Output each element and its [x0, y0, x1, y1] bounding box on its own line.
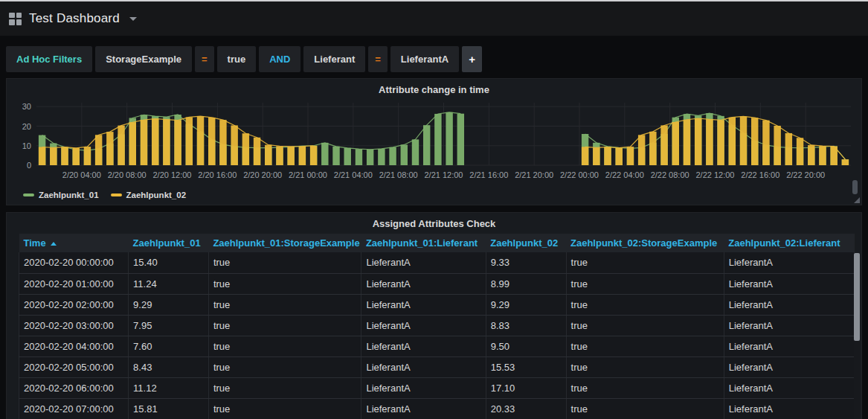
- column-header-zaehlpunkt-01-lieferant[interactable]: Zaehlpunkt_01:Lieferant: [361, 234, 486, 252]
- bar-Zaehlpunkt_02[interactable]: [95, 135, 102, 165]
- legend-item-Zaehlpunkt_02[interactable]: Zaehlpunkt_02: [111, 191, 187, 199]
- table-scrollbar[interactable]: [854, 253, 860, 419]
- bar-Zaehlpunkt_02[interactable]: [684, 120, 690, 165]
- bar-Zaehlpunkt_02[interactable]: [197, 116, 204, 165]
- table-scrollbar-thumb[interactable]: [854, 253, 860, 341]
- add-filter-button[interactable]: +: [462, 46, 482, 72]
- table-row: 2020-02-20 00:00:0015.40trueLieferantA9.…: [19, 252, 855, 273]
- legend-item-Zaehlpunkt_01[interactable]: Zaehlpunkt_01: [23, 191, 99, 199]
- filter-chip-key-0[interactable]: StorageExample: [95, 46, 192, 72]
- bar-Zaehlpunkt_01[interactable]: [401, 144, 408, 165]
- bar-Zaehlpunkt_02[interactable]: [695, 118, 701, 165]
- column-header-zaehlpunkt-01[interactable]: Zaehlpunkt_01: [129, 234, 209, 252]
- bar-Zaehlpunkt_02[interactable]: [729, 118, 736, 165]
- bar-Zaehlpunkt_01[interactable]: [412, 139, 419, 165]
- dashboard-title-text: Test Dashboard: [29, 11, 120, 25]
- x-axis-tick-label: 2/21 16:00: [469, 170, 508, 179]
- bar-Zaehlpunkt_01[interactable]: [423, 125, 430, 165]
- dashboard-title[interactable]: Test Dashboard: [29, 11, 137, 26]
- bar-Zaehlpunkt_02[interactable]: [287, 147, 294, 165]
- bar-Zaehlpunkt_02[interactable]: [616, 148, 623, 165]
- bar-Zaehlpunkt_01[interactable]: [367, 150, 373, 165]
- chart-scrollbar-thumb[interactable]: [852, 180, 858, 194]
- table-cell: LieferantA: [361, 398, 486, 419]
- bar-Zaehlpunkt_02[interactable]: [593, 147, 599, 165]
- chart-plot-area[interactable]: 01020302/20 04:002/20 08:002/20 12:002/2…: [7, 95, 861, 189]
- filter-chip-op-1[interactable]: =: [195, 46, 214, 72]
- bar-Zaehlpunkt_02[interactable]: [740, 116, 747, 165]
- bar-Zaehlpunkt_02[interactable]: [219, 120, 226, 165]
- bar-Zaehlpunkt_02[interactable]: [582, 147, 588, 165]
- column-header-label: Zaehlpunkt_01: [133, 237, 201, 249]
- table-cell: LieferantA: [724, 377, 854, 398]
- table-panel-title[interactable]: Assigned Attributes Check: [7, 213, 861, 229]
- bar-Zaehlpunkt_02[interactable]: [310, 146, 317, 165]
- bar-Zaehlpunkt_02[interactable]: [174, 121, 181, 165]
- bar-Zaehlpunkt_02[interactable]: [660, 125, 667, 165]
- bar-Zaehlpunkt_02[interactable]: [73, 148, 80, 165]
- bar-Zaehlpunkt_02[interactable]: [186, 117, 193, 165]
- bar-Zaehlpunkt_01[interactable]: [434, 114, 441, 165]
- bar-Zaehlpunkt_02[interactable]: [231, 125, 237, 165]
- filter-chip-key-4[interactable]: Lieferant: [303, 46, 365, 72]
- bar-Zaehlpunkt_02[interactable]: [106, 132, 113, 165]
- bar-Zaehlpunkt_02[interactable]: [39, 147, 45, 165]
- bar-Zaehlpunkt_02[interactable]: [84, 147, 91, 165]
- bar-Zaehlpunkt_02[interactable]: [751, 118, 758, 165]
- bar-Zaehlpunkt_02[interactable]: [265, 145, 271, 165]
- bar-Zaehlpunkt_02[interactable]: [717, 120, 724, 165]
- bar-Zaehlpunkt_02[interactable]: [672, 122, 679, 165]
- bar-Zaehlpunkt_02[interactable]: [242, 133, 249, 165]
- filter-chip-op-5[interactable]: =: [368, 46, 388, 72]
- filter-chip-value-6[interactable]: LieferantA: [390, 46, 459, 72]
- bar-Zaehlpunkt_02[interactable]: [254, 138, 260, 165]
- bar-Zaehlpunkt_02[interactable]: [61, 147, 68, 165]
- bar-Zaehlpunkt_02[interactable]: [808, 145, 814, 165]
- bar-Zaehlpunkt_02[interactable]: [141, 120, 147, 165]
- bar-Zaehlpunkt_01[interactable]: [344, 148, 351, 165]
- column-header-time[interactable]: Time: [19, 234, 129, 252]
- column-header-zaehlpunkt-02-lieferant[interactable]: Zaehlpunkt_02:Lieferant: [724, 234, 854, 252]
- bar-Zaehlpunkt_02[interactable]: [627, 147, 634, 165]
- column-header-zaehlpunkt-01-storageexample[interactable]: Zaehlpunkt_01:StorageExample: [208, 234, 361, 252]
- bar-Zaehlpunkt_01[interactable]: [356, 149, 362, 165]
- table-cell: true: [208, 377, 361, 398]
- panel-resize-handle-icon[interactable]: [854, 197, 860, 203]
- bar-Zaehlpunkt_02[interactable]: [276, 146, 283, 165]
- bar-Zaehlpunkt_02[interactable]: [163, 120, 170, 165]
- dashboard-grid-icon[interactable]: [9, 13, 22, 25]
- bar-Zaehlpunkt_02[interactable]: [118, 126, 124, 165]
- bar-Zaehlpunkt_02[interactable]: [50, 147, 57, 165]
- bar-Zaehlpunkt_01[interactable]: [321, 143, 328, 165]
- filter-chip-value-2[interactable]: true: [217, 46, 257, 72]
- column-header-zaehlpunkt-02[interactable]: Zaehlpunkt_02: [486, 234, 566, 252]
- bar-Zaehlpunkt_02[interactable]: [842, 159, 849, 165]
- table-cell: LieferantA: [724, 252, 854, 273]
- bar-Zaehlpunkt_01[interactable]: [378, 149, 385, 165]
- bar-Zaehlpunkt_02[interactable]: [797, 138, 803, 165]
- x-axis-tick-label: 2/22 00:00: [560, 170, 599, 179]
- bar-Zaehlpunkt_02[interactable]: [208, 118, 215, 165]
- bar-Zaehlpunkt_01[interactable]: [457, 114, 464, 165]
- bar-Zaehlpunkt_02[interactable]: [604, 147, 611, 165]
- bar-Zaehlpunkt_02[interactable]: [299, 147, 306, 165]
- bar-Zaehlpunkt_01[interactable]: [332, 147, 339, 165]
- table-cell: true: [208, 336, 361, 356]
- filter-chip-cond-3[interactable]: AND: [259, 46, 300, 72]
- bar-Zaehlpunkt_02[interactable]: [785, 133, 792, 165]
- column-header-zaehlpunkt-02-storageexample[interactable]: Zaehlpunkt_02:StorageExample: [566, 234, 724, 252]
- bar-Zaehlpunkt_02[interactable]: [152, 119, 158, 165]
- bar-Zaehlpunkt_02[interactable]: [774, 126, 780, 165]
- table-cell: LieferantA: [361, 252, 486, 273]
- table-cell: LieferantA: [361, 294, 486, 315]
- bar-Zaehlpunkt_02[interactable]: [762, 121, 769, 165]
- bar-Zaehlpunkt_01[interactable]: [446, 112, 452, 165]
- bar-Zaehlpunkt_02[interactable]: [649, 132, 656, 165]
- chart-panel-title[interactable]: Attribute change in time: [7, 79, 861, 95]
- time-series-chart[interactable]: 01020302/20 04:002/20 08:002/20 12:002/2…: [13, 97, 857, 186]
- bar-Zaehlpunkt_02[interactable]: [638, 135, 645, 165]
- bar-Zaehlpunkt_02[interactable]: [819, 146, 826, 165]
- bar-Zaehlpunkt_01[interactable]: [389, 147, 396, 165]
- bar-Zaehlpunkt_02[interactable]: [129, 122, 136, 165]
- bar-Zaehlpunkt_02[interactable]: [706, 119, 713, 165]
